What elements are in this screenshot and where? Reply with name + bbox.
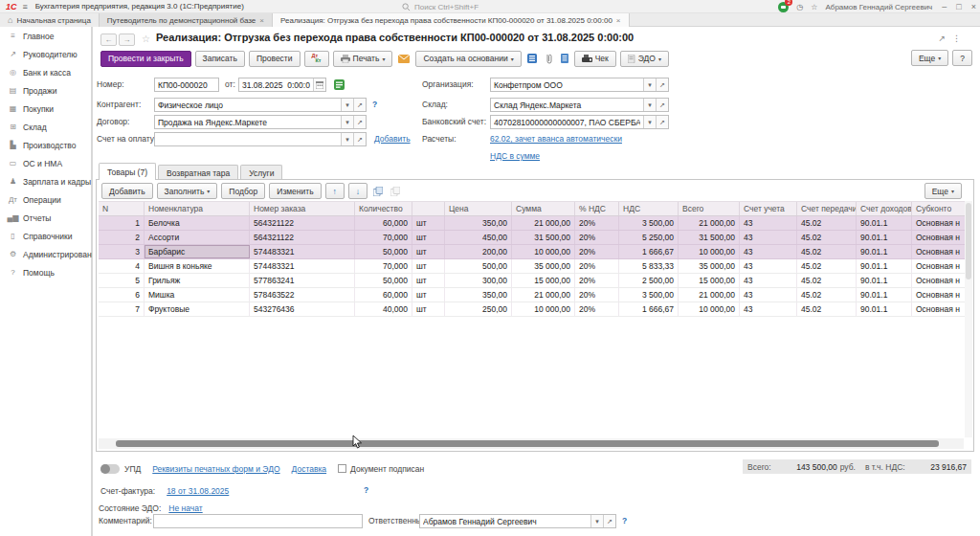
cell-nomenclature[interactable]: Мишка	[145, 288, 250, 302]
cell-order-number[interactable]: 564321122	[250, 216, 355, 230]
payment-invoice-field[interactable]: ▾ ↗	[154, 132, 367, 146]
more-menu-icon[interactable]: ⋮	[952, 34, 961, 43]
cell-price[interactable]: 350,00	[445, 216, 512, 230]
more-button[interactable]: Еще▾	[911, 50, 948, 66]
cell-transfer-account[interactable]: 45.02	[797, 216, 857, 230]
cell-order-number[interactable]: 574483321	[250, 245, 355, 258]
cell-transfer-account[interactable]: 45.02	[797, 245, 857, 258]
check-receipt-button[interactable]: Чек	[574, 51, 616, 67]
delivery-link[interactable]: Доставка	[292, 464, 327, 474]
cell-account[interactable]: 43	[740, 288, 797, 302]
set-current-date-icon[interactable]	[334, 79, 345, 92]
sidebar-item[interactable]: ▯ Справочники	[0, 227, 91, 245]
dropdown-icon[interactable]: ▾	[341, 116, 353, 128]
cell-order-number[interactable]: 574483321	[250, 259, 355, 273]
invoice-help[interactable]: ?	[364, 485, 368, 495]
cell-vat[interactable]: 1 666,67	[619, 245, 679, 258]
table-row[interactable]: 2 Ассорти 564321122 70,000 шт 450,00 31 …	[99, 231, 971, 245]
sidebar-item[interactable]: ⊞ Склад	[0, 118, 91, 136]
cell-nomenclature[interactable]: Грильяж	[145, 274, 250, 287]
cell-quantity[interactable]: 60,000	[355, 216, 412, 230]
table-row[interactable]: 3 Барбарис 574483321 50,000 шт 200,00 10…	[99, 245, 971, 259]
document-tab[interactable]: Товары (7)	[99, 163, 156, 180]
vertical-scrollbar[interactable]	[965, 201, 972, 437]
responsible-field[interactable]: ▾ ↗	[419, 514, 616, 528]
cell-quantity[interactable]: 60,000	[355, 288, 412, 302]
cell-income-account[interactable]: 90.01.1	[857, 259, 912, 273]
cell-vat[interactable]: 5 250,00	[619, 231, 679, 244]
favorite-star-icon[interactable]: ☆	[142, 34, 150, 44]
cell-sum[interactable]: 10 000,00	[512, 245, 575, 258]
counterparty-help[interactable]: ?	[372, 100, 377, 109]
send-email-button[interactable]	[396, 51, 412, 67]
sidebar-item[interactable]: ▤ Продажи	[0, 81, 91, 100]
global-search[interactable]: Поиск Ctrl+Shift+F	[402, 0, 479, 13]
cell-price[interactable]: 200,00	[445, 245, 512, 258]
number-field[interactable]	[154, 78, 219, 92]
main-menu-hamburger-icon[interactable]: ≡	[23, 2, 28, 11]
cell-total[interactable]: 15 000,00	[679, 274, 740, 287]
cell-price[interactable]: 350,00	[445, 288, 512, 302]
tab-guide[interactable]: Путеводитель по демонстрационной базе ×	[100, 13, 273, 27]
open-icon[interactable]: ↗	[656, 78, 668, 91]
cell-account[interactable]: 43	[740, 245, 797, 258]
table-row[interactable]: 5 Грильяж 577863241 50,000 шт 300,00 15 …	[99, 274, 971, 288]
contract-field[interactable]: ▾ ↗	[154, 115, 367, 129]
sidebar-item[interactable]: Дт Операции	[0, 190, 91, 209]
print-forms-requisites-link[interactable]: Реквизиты печатных форм и ЭДО	[152, 464, 279, 474]
open-icon[interactable]: ↗	[353, 133, 366, 145]
vat-in-sum-link[interactable]: НДС в сумме	[490, 151, 540, 161]
cell-sum[interactable]: 21 000,00	[512, 216, 575, 230]
number-input[interactable]	[155, 78, 218, 91]
cell-unit[interactable]: шт	[412, 245, 445, 258]
col-header-sum[interactable]: Сумма	[512, 202, 575, 215]
col-header-transfer-account[interactable]: Счет передачи	[797, 202, 857, 215]
sidebar-item[interactable]: ◎ Банк и касса	[0, 63, 91, 81]
tab-close-icon[interactable]: ×	[616, 16, 621, 25]
favorites-star-icon[interactable]: ☆	[811, 3, 817, 11]
horizontal-scrollbar-thumb[interactable]	[116, 440, 939, 447]
discussions-icon[interactable]: 2	[778, 2, 789, 12]
cell-quantity[interactable]: 50,000	[355, 274, 412, 287]
cell-order-number[interactable]: 564321122	[250, 231, 355, 244]
cell-sum[interactable]: 15 000,00	[512, 274, 575, 287]
get-link-icon[interactable]: ↗	[938, 34, 946, 43]
cell-price[interactable]: 500,00	[445, 259, 512, 273]
table-row[interactable]: 4 Вишня в коньяке 574483321 70,000 шт 50…	[99, 259, 971, 274]
col-header-nomenclature[interactable]: Номенклатура	[145, 202, 250, 215]
cell-vat-percent[interactable]: 20%	[575, 216, 619, 230]
document-tab[interactable]: Услуги	[240, 165, 282, 180]
cell-subconto[interactable]: Основная н	[912, 231, 971, 244]
tab-home[interactable]: ⌂ Начальная страница	[0, 13, 100, 27]
cell-n[interactable]: 2	[99, 231, 145, 244]
post-and-close-button[interactable]: Провести и закрыть	[100, 51, 191, 67]
open-icon[interactable]: ↗	[353, 99, 366, 111]
responsible-input[interactable]	[420, 515, 590, 527]
cell-nomenclature[interactable]: Ассорти	[145, 231, 250, 244]
horizontal-scrollbar[interactable]	[99, 438, 964, 449]
cell-total[interactable]: 35 000,00	[679, 259, 740, 273]
cell-transfer-account[interactable]: 45.02	[797, 231, 857, 244]
cell-sum[interactable]: 10 000,00	[512, 302, 575, 316]
cell-income-account[interactable]: 90.01.1	[857, 302, 912, 316]
edo-state-link[interactable]: Не начат	[168, 503, 202, 513]
cell-account[interactable]: 43	[740, 259, 797, 273]
cell-price[interactable]: 250,00	[445, 302, 512, 316]
dropdown-icon[interactable]: ▾	[341, 133, 353, 145]
cell-transfer-account[interactable]: 45.02	[797, 288, 857, 302]
cell-unit[interactable]: шт	[412, 259, 445, 273]
cell-n[interactable]: 4	[99, 259, 145, 273]
sidebar-item[interactable]: ↗ Руководителю	[0, 45, 91, 63]
counterparty-input[interactable]	[155, 99, 341, 111]
move-down-button[interactable]: ↓	[348, 183, 368, 199]
cell-vat[interactable]: 2 500,00	[619, 274, 679, 287]
col-header-subconto[interactable]: Субконто	[912, 202, 971, 215]
edit-button[interactable]: Изменить	[269, 183, 321, 199]
document-reports-icon[interactable]	[525, 51, 539, 67]
cell-n[interactable]: 3	[99, 245, 145, 258]
cell-vat-percent[interactable]: 20%	[575, 231, 619, 244]
col-header-total[interactable]: Всего	[679, 202, 740, 215]
paste-rows-icon[interactable]	[389, 183, 402, 199]
col-header-income-account[interactable]: Счет доходов	[857, 202, 912, 215]
cell-vat-percent[interactable]: 20%	[575, 274, 619, 287]
